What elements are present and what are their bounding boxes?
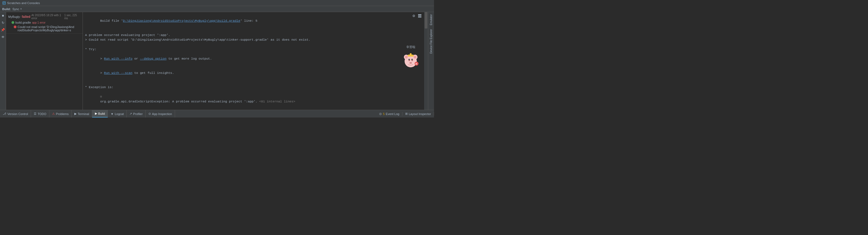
- tab-build-label: Build: [98, 112, 105, 115]
- sync-button[interactable]: ↻: [1, 20, 5, 25]
- svg-point-21: [409, 59, 410, 60]
- sticker-image: B: [400, 50, 422, 70]
- output-line-1: Build file 'D:\DingJiaxiong\AndroidStudi…: [85, 14, 432, 28]
- tab-terminal-label: Terminal: [78, 112, 89, 116]
- build-gradle-link[interactable]: D:\DingJiaxiong\AndroidStudioProjects\My…: [123, 19, 240, 23]
- sync-label[interactable]: Sync: [12, 7, 19, 11]
- svg-point-12: [405, 56, 408, 59]
- problems-icon: ⚠: [52, 112, 55, 116]
- build-gradle-label[interactable]: build.gradle: [16, 21, 31, 24]
- sticker-text: 辛苦啦: [406, 45, 415, 49]
- close-sync-button[interactable]: ×: [20, 7, 22, 10]
- vertical-scrollbar[interactable]: [424, 12, 428, 110]
- tab-problems-label: Problems: [56, 112, 69, 116]
- tab-terminal[interactable]: ▶ Terminal: [71, 110, 92, 117]
- try-suffix: to get more log output.: [166, 57, 212, 60]
- emulator-tab[interactable]: Emulator: [429, 13, 433, 26]
- pin-button[interactable]: 📌: [1, 27, 5, 32]
- try-prefix-2: >: [100, 71, 104, 75]
- svg-point-16: [410, 62, 412, 63]
- output-line-3: > Could not read script 'D:\DingJiaxiong…: [85, 37, 432, 42]
- output-line-5: > Run with --scan to get full insights.: [85, 66, 432, 80]
- collapse-all-button[interactable]: [417, 13, 423, 19]
- build-header: Build: Sync ×: [0, 6, 434, 12]
- tab-version-control-label: Version Control: [7, 112, 28, 116]
- svg-rect-4: [418, 14, 422, 15]
- bottom-right-tabs: ◎ 5 Event Log ⊞ Layout Inspector: [376, 110, 434, 117]
- output-line-exception: * Exception is:: [85, 85, 432, 89]
- tab-event-log-label: 5: [383, 112, 384, 116]
- top-bar: Scratches and Consoles: [0, 0, 434, 6]
- output-line-4: > Run with --info or --debug option to g…: [85, 52, 432, 66]
- tab-build[interactable]: ▶ Build: [92, 110, 108, 117]
- output-line-try: * Try:: [85, 47, 432, 52]
- svg-text:B: B: [415, 63, 417, 65]
- build-label: Build:: [2, 7, 11, 11]
- output-line-6: ⊟ org.gradle.api.GradleScriptException: …: [85, 89, 432, 109]
- left-panel: MyBugly: failed At 2022/8/5 18:29 with 1…: [6, 12, 83, 110]
- app-inspection-icon: ⊙: [148, 112, 151, 116]
- bottom-bar: ⎇ Version Control ☰ TODO ⚠ Problems ▶ Te…: [0, 110, 434, 117]
- output-blank-3: [85, 80, 432, 85]
- run-scan-link[interactable]: Run with --scan: [104, 71, 132, 75]
- right-panel: ⚙ Build file 'D:\DingJiaxiong\AndroidStu…: [83, 12, 434, 110]
- layout-inspector-icon: ⊞: [405, 112, 408, 116]
- tab-profiler[interactable]: ↗ Profiler: [127, 110, 146, 117]
- output-line-7: at org.jetbrains.plugins.gradle.model.Pr…: [85, 109, 432, 110]
- try-mid: or: [132, 57, 140, 60]
- error-row: Could not read script 'D:\DingJiaxiong\A…: [8, 25, 81, 32]
- build-result-header: MyBugly: failed At 2022/8/5 18:29 with 1…: [6, 12, 83, 34]
- tab-todo-label: TODO: [38, 112, 46, 116]
- sticker-decoration: 辛苦啦: [398, 45, 423, 70]
- scan-suffix: to get full insights.: [132, 71, 174, 75]
- try-prefix-1: >: [100, 57, 104, 60]
- build-status: failed: [22, 15, 30, 19]
- tab-layout-inspector-label: Layout Inspector: [409, 112, 431, 116]
- side-icons: Emulator Device File Explorer: [428, 12, 434, 110]
- main-content: ■ ↻ 📌 👁 MyBugly: failed At 2022/8/5 18:2…: [0, 12, 434, 110]
- run-info-link[interactable]: Run with --info: [104, 57, 132, 60]
- error-icon: [14, 26, 17, 28]
- tab-app-inspection-label: App Inspection: [152, 112, 172, 116]
- tab-app-inspection[interactable]: ⊙ App Inspection: [146, 110, 175, 117]
- build-icon: ▶: [95, 112, 97, 115]
- svg-point-18: [410, 53, 411, 55]
- left-side-icons: ■ ↻ 📌 👁: [0, 12, 6, 110]
- build-file-row: build.gradle app 1 error: [8, 20, 81, 25]
- error-count-badge: app 1 error: [32, 21, 45, 24]
- build-file-suffix: ' line: 5: [240, 19, 257, 23]
- build-failed-row: MyBugly: failed At 2022/8/5 18:29 with 1…: [8, 13, 81, 20]
- tab-layout-inspector[interactable]: ⊞ Layout Inspector: [402, 112, 434, 116]
- version-control-icon: ⎇: [3, 112, 6, 116]
- svg-point-20: [411, 59, 413, 60]
- top-bar-label: Scratches and Consoles: [7, 1, 40, 5]
- tab-logcat[interactable]: ▼ Logcat: [108, 110, 127, 117]
- exception-text: org.gradle.api.GradleScriptException: A …: [100, 100, 295, 103]
- profiler-icon: ↗: [129, 112, 132, 116]
- output-line-2: A problem occurred evaluating project ':…: [85, 33, 432, 37]
- tab-event-log[interactable]: ◎ 5 Event Log: [376, 112, 402, 116]
- build-meta: At 2022/8/5 18:29 with 1 error: [32, 14, 64, 20]
- tab-event-log-text: Event Log: [386, 112, 399, 116]
- device-file-explorer-tab[interactable]: Device File Explorer: [429, 28, 433, 55]
- build-failed-left: MyBugly: failed At 2022/8/5 18:29 with 1…: [8, 14, 64, 20]
- stop-button[interactable]: ■: [1, 13, 5, 18]
- tab-profiler-label: Profiler: [133, 112, 143, 116]
- collapse-icon-1[interactable]: ⊟: [100, 95, 102, 98]
- scratch-icon: [2, 1, 6, 5]
- debug-option-link[interactable]: --debug option: [140, 57, 166, 60]
- tab-problems[interactable]: ⚠ Problems: [50, 110, 71, 117]
- output-blank-1: [85, 28, 432, 33]
- event-log-icon: ◎: [379, 112, 382, 116]
- svg-rect-5: [418, 16, 422, 17]
- settings-button[interactable]: ⚙: [411, 13, 416, 19]
- build-time: 1 sec, 225 ms: [64, 14, 81, 20]
- error-message: Could not read script 'D:\DingJiaxiong\A…: [18, 25, 75, 32]
- build-file-prefix: Build file ': [100, 19, 123, 23]
- inspect-button[interactable]: 👁: [1, 35, 5, 39]
- tab-version-control[interactable]: ⎇ Version Control: [0, 110, 31, 117]
- scrollbar-thumb[interactable]: [425, 12, 427, 29]
- tab-logcat-label: Logcat: [115, 112, 124, 116]
- svg-point-19: [408, 59, 410, 60]
- tab-todo[interactable]: ☰ TODO: [31, 110, 50, 117]
